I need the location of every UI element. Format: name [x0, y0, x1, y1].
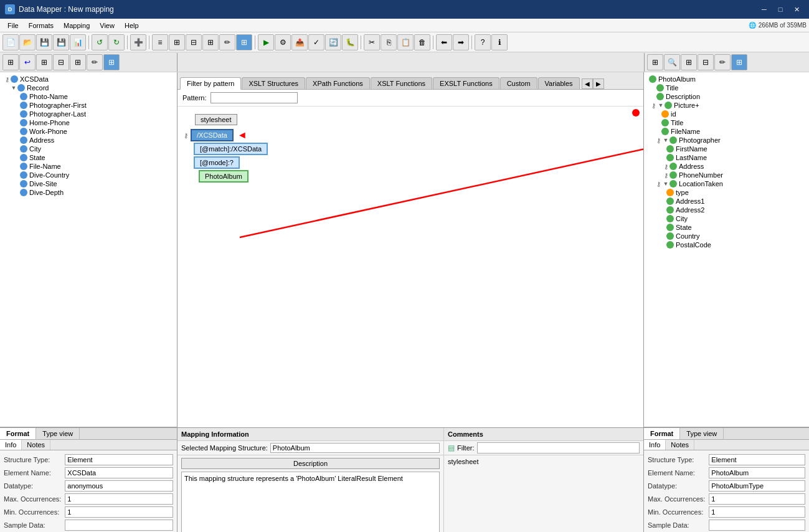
cut-button[interactable]: ✂: [364, 34, 380, 50]
target-button[interactable]: ➡: [453, 34, 469, 50]
right-tb-search[interactable]: 🔍: [664, 54, 680, 70]
bottom-right-tab-format[interactable]: Format: [644, 428, 680, 439]
right-tree-desc[interactable]: Description: [646, 92, 807, 101]
map-node-xcsdata[interactable]: /XCSData: [191, 129, 234, 141]
tree-node-workphone[interactable]: Work-Phone: [2, 127, 174, 136]
tab-xpath-functions[interactable]: XPath Functions: [306, 77, 370, 89]
map-node-stylesheet[interactable]: stylesheet: [195, 114, 237, 125]
map-node-photoalbum[interactable]: PhotoAlbum: [199, 170, 248, 183]
right-tree-postal[interactable]: PostalCode: [646, 240, 807, 249]
right-tree-filename[interactable]: FileName: [646, 127, 807, 136]
left-tb-1[interactable]: ⊞: [2, 54, 19, 70]
menu-formats[interactable]: Formats: [24, 21, 59, 31]
right-tree-addr[interactable]: ⚷ Address: [646, 162, 807, 171]
export-button[interactable]: 📊: [70, 34, 86, 50]
right-tb-1[interactable]: ⊞: [647, 54, 663, 70]
menu-view[interactable]: View: [95, 21, 120, 31]
right-tree-photographer[interactable]: ⚷ ▼ Photographer: [646, 136, 807, 145]
map-node-match[interactable]: [@match]:/XCSData: [194, 143, 268, 155]
right-tree-id[interactable]: id: [646, 110, 807, 118]
bottom-left-subtab-notes[interactable]: Notes: [22, 440, 50, 450]
tabs-scroll-right[interactable]: ▶: [593, 78, 604, 89]
xslt-button[interactable]: ⚙: [275, 34, 291, 50]
save-as-button[interactable]: 💾: [53, 34, 69, 50]
right-tree-phone[interactable]: ⚷ PhoneNumber: [646, 171, 807, 179]
tree-node-filename[interactable]: File-Name: [2, 162, 174, 171]
collapse-button[interactable]: ⊟: [186, 34, 202, 50]
right-tb-5[interactable]: ✏: [714, 54, 731, 70]
edit-button[interactable]: ✏: [219, 34, 235, 50]
open-button[interactable]: 📂: [19, 34, 35, 50]
add-button[interactable]: ➕: [130, 34, 146, 50]
minimize-button[interactable]: ─: [757, 3, 772, 16]
left-tb-6[interactable]: ✏: [87, 54, 103, 70]
bottom-left-tab-format[interactable]: Format: [0, 428, 36, 439]
right-tree-addr1[interactable]: Address1: [646, 197, 807, 206]
close-button[interactable]: ✕: [789, 3, 804, 16]
tree-node-homephone[interactable]: Home-Phone: [2, 118, 174, 127]
tree-node-address[interactable]: Address: [2, 136, 174, 145]
left-tb-5[interactable]: ⊞: [70, 54, 86, 70]
list-view-button[interactable]: ≡: [152, 34, 168, 50]
redo-button[interactable]: ↻: [108, 34, 125, 50]
left-tb-4[interactable]: ⊟: [53, 54, 69, 70]
delete-button[interactable]: 🗑: [414, 34, 430, 50]
tree-node-divedepth[interactable]: Dive-Depth: [2, 188, 174, 197]
tree-node-photolast[interactable]: Photographer-Last: [2, 110, 174, 118]
record-toggle[interactable]: ▼: [10, 85, 17, 91]
copy-button[interactable]: ⎘: [381, 34, 397, 50]
paste-button[interactable]: 📋: [397, 34, 414, 50]
right-tree-locstate[interactable]: State: [646, 223, 807, 232]
menu-file[interactable]: File: [2, 21, 24, 31]
right-tree-photoalbum[interactable]: PhotoAlbum: [646, 75, 807, 83]
grid-view-button[interactable]: ⊞: [169, 34, 185, 50]
pattern-input[interactable]: [211, 92, 298, 103]
validate-button[interactable]: ✓: [308, 34, 324, 50]
tree-node-state[interactable]: State: [2, 153, 174, 162]
help-button[interactable]: ?: [475, 34, 491, 50]
left-tb-3[interactable]: ⊞: [36, 54, 52, 70]
right-tb-3[interactable]: ⊞: [681, 54, 697, 70]
undo-button[interactable]: ↺: [92, 34, 108, 50]
tree-node-photofirst[interactable]: Photographer-First: [2, 101, 174, 110]
tab-custom[interactable]: Custom: [500, 77, 537, 89]
tree-node-xcsdata[interactable]: ⚷ XCSData: [2, 75, 174, 83]
transform-button[interactable]: 🔄: [325, 34, 341, 50]
left-tb-7[interactable]: ⊞: [103, 54, 120, 70]
right-tree-picture[interactable]: ⚷ ▼ Picture+: [646, 101, 807, 110]
tab-exslt-functions[interactable]: EXSLT Functions: [433, 77, 499, 89]
map-node-mode[interactable]: [@mode]:?: [194, 156, 240, 169]
bottom-right-subtab-notes[interactable]: Notes: [666, 440, 694, 450]
tab-xslt-functions[interactable]: XSLT Functions: [371, 77, 432, 89]
generate-button[interactable]: ⊞: [236, 34, 252, 50]
menu-mapping[interactable]: Mapping: [59, 21, 95, 31]
run-button[interactable]: ▶: [258, 34, 274, 50]
right-tb-6[interactable]: ⊞: [731, 54, 747, 70]
picture-toggle[interactable]: ▼: [657, 102, 665, 108]
bottom-right-subtab-info[interactable]: Info: [644, 440, 666, 450]
right-tree-loccity[interactable]: City: [646, 214, 807, 223]
right-tree-location[interactable]: ⚷ ▼ LocationTaken: [646, 179, 807, 188]
right-tree-title[interactable]: Title: [646, 83, 807, 92]
tree-node-record[interactable]: ▼ Record: [2, 83, 174, 92]
tree-node-city[interactable]: City: [2, 145, 174, 153]
save-button[interactable]: 💾: [36, 34, 52, 50]
source-button[interactable]: ⬅: [436, 34, 452, 50]
right-tree-pic-title[interactable]: Title: [646, 118, 807, 127]
left-tb-2[interactable]: ↩: [19, 54, 35, 70]
tree-node-divecountry[interactable]: Dive-Country: [2, 171, 174, 179]
bottom-left-subtab-info[interactable]: Info: [0, 440, 22, 450]
right-tree-addr2[interactable]: Address2: [646, 206, 807, 214]
maximize-button[interactable]: □: [773, 3, 788, 16]
right-tree-lastname[interactable]: LastName: [646, 153, 807, 162]
right-tree-country[interactable]: Country: [646, 232, 807, 240]
right-tree-loctype[interactable]: type: [646, 188, 807, 197]
output-button[interactable]: 📤: [291, 34, 308, 50]
mapping-canvas[interactable]: stylesheet ⚷ /XCSData ◄ [@match]:/XCSDat…: [177, 107, 643, 427]
info-button[interactable]: ℹ: [491, 34, 508, 50]
debug-button[interactable]: 🐛: [342, 34, 358, 50]
right-tb-4[interactable]: ⊟: [698, 54, 714, 70]
expand-button[interactable]: ⊞: [202, 34, 219, 50]
location-toggle[interactable]: ▼: [662, 181, 669, 187]
bottom-right-tab-typeview[interactable]: Type view: [680, 428, 724, 439]
